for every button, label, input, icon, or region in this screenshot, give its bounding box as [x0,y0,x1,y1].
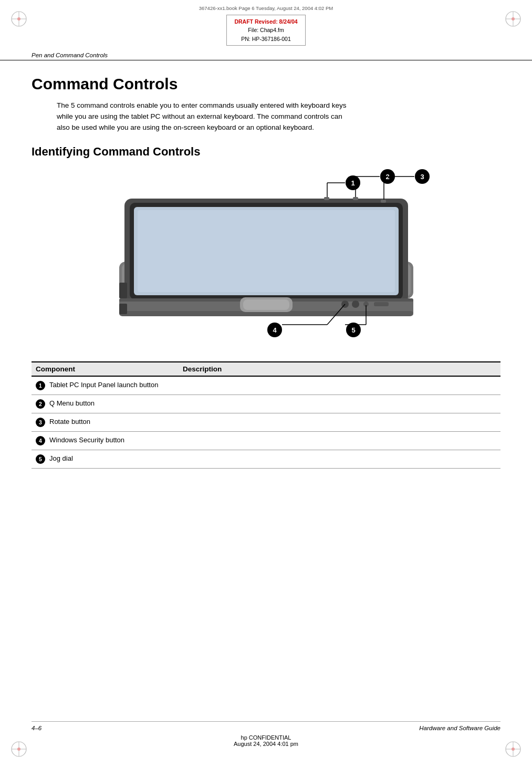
pn-label: PN: HP-367186-001 [234,35,297,43]
table-row: 3Rotate button [32,413,500,431]
main-content: Command Controls The 5 command controls … [0,75,532,469]
table-cell-description [179,431,500,450]
svg-point-3 [17,17,20,20]
component-label: Windows Security button [49,436,124,444]
diagram-area: 1 2 3 4 5 [32,167,500,346]
svg-point-11 [17,748,20,751]
svg-text:5: 5 [351,326,355,334]
table-cell-description [179,413,500,431]
svg-rect-55 [353,197,358,200]
svg-rect-33 [119,304,127,314]
num-badge-5: 5 [36,454,45,464]
svg-rect-32 [119,283,127,298]
svg-rect-31 [374,302,389,306]
page: 367426-xx1.book Page 6 Tuesday, August 2… [0,0,532,768]
svg-rect-22 [138,210,395,292]
table-row: 2Q Menu button [32,395,500,413]
svg-rect-54 [324,197,329,200]
table-row: 1Tablet PC Input Panel launch button [32,376,500,395]
section-label: Pen and Command Controls [0,50,532,60]
footer: 4–6 Hardware and Software Guide hp CONFI… [0,721,532,747]
svg-text:4: 4 [273,326,277,334]
footer-page-num: 4–6 [32,725,41,731]
table-cell-component: 4Windows Security button [32,431,179,450]
section-subtitle: Identifying Command Controls [32,145,500,159]
stamp-line: 367426-xx1.book Page 6 Tuesday, August 2… [199,5,333,11]
file-label: File: Chap4.fm [234,26,297,34]
table-cell-component: 1Tablet PC Input Panel launch button [32,376,179,395]
component-label: Rotate button [49,418,90,425]
num-badge-2: 2 [36,399,45,409]
table-cell-description [179,450,500,468]
svg-point-7 [512,17,515,20]
table-cell-component: 3Rotate button [32,413,179,431]
num-badge-1: 1 [36,381,45,390]
device-diagram: 1 2 3 4 5 [88,167,445,346]
draft-label: DRAFT Revised: 8/24/04 [234,17,297,26]
table-cell-description [179,376,500,395]
svg-point-15 [512,748,515,751]
table-cell-description [179,395,500,413]
svg-text:3: 3 [420,173,424,181]
corner-mark-tl [9,9,28,28]
footer-confidential: hp CONFIDENTIAL August 24, 2004 4:01 pm [32,734,500,747]
table-cell-component: 5Jog dial [32,450,179,468]
svg-point-29 [352,300,359,308]
file-info-box: DRAFT Revised: 8/24/04 File: Chap4.fm PN… [226,15,305,46]
table-row: 5Jog dial [32,450,500,468]
svg-rect-56 [381,200,386,203]
corner-mark-tr [504,9,523,28]
col-component: Component [32,362,179,376]
svg-text:1: 1 [351,179,354,187]
component-label: Jog dial [49,454,73,462]
footer-divider [32,721,500,722]
table-cell-component: 2Q Menu button [32,395,179,413]
num-badge-4: 4 [36,436,45,445]
col-description: Description [179,362,500,376]
page-title: Command Controls [32,75,500,93]
num-badge-3: 3 [36,418,45,427]
component-label: Tablet PC Input Panel launch button [49,381,158,389]
component-table: Component Description 1Tablet PC Input P… [32,361,500,469]
body-text: The 5 command controls enable you to ent… [32,100,347,133]
component-label: Q Menu button [49,399,95,407]
table-row: 4Windows Security button [32,431,500,450]
footer-guide-title: Hardware and Software Guide [419,725,500,731]
svg-rect-27 [243,299,289,310]
